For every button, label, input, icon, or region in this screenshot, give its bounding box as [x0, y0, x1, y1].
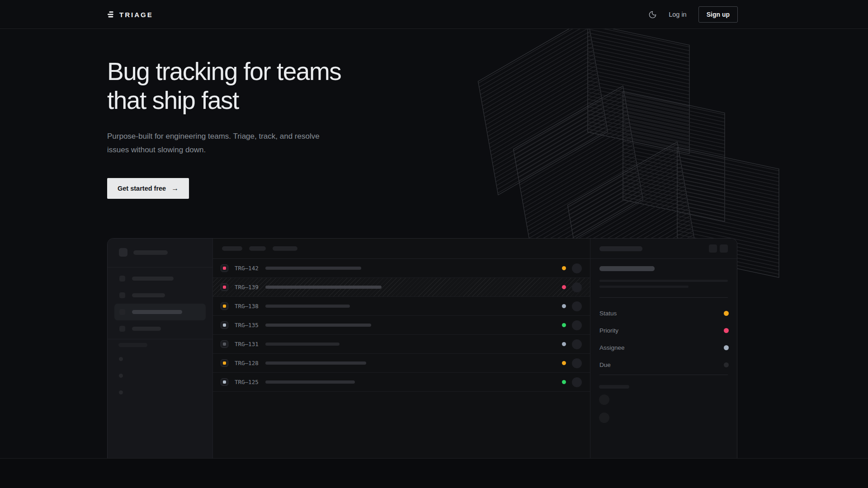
- divider: [108, 267, 212, 267]
- mockup-nav-item: [114, 287, 206, 304]
- skeleton-tab: [222, 246, 242, 251]
- divider: [108, 339, 212, 339]
- skeleton-title-bar: [265, 324, 371, 327]
- skeleton-button: [709, 244, 717, 253]
- field-value-dot: [724, 362, 729, 367]
- avatar: [572, 282, 582, 292]
- mockup-list-header: [213, 239, 590, 259]
- priority-dot: [562, 323, 566, 327]
- issue-id: TRG–139: [235, 284, 262, 291]
- avatar: [572, 301, 582, 311]
- issue-row: TRG–138: [213, 297, 590, 316]
- get-started-label: Get started free: [118, 185, 166, 192]
- landing-page: TRIAGE Log in Sign up Bug tracking for t…: [0, 0, 868, 488]
- mockup-issue-list: TRG–142 TRG–139: [213, 239, 590, 458]
- skeleton-avatar: [599, 394, 609, 405]
- issue-status-icon: [221, 264, 228, 272]
- detail-field-row: Due: [599, 356, 729, 373]
- skeleton-pill: [133, 250, 168, 255]
- priority-dot: [562, 285, 566, 289]
- footer-band: [0, 458, 868, 488]
- priority-dot: [562, 266, 566, 270]
- issue-row: TRG–139: [213, 278, 590, 297]
- field-label: Priority: [599, 327, 618, 334]
- brand-name: TRIAGE: [119, 11, 153, 19]
- status-dot: [223, 324, 226, 327]
- issue-row: TRG–125: [213, 373, 590, 392]
- mockup-detail-header: [590, 239, 737, 259]
- hero-subtitle: Purpose-built for engineering teams. Tri…: [107, 130, 320, 157]
- skeleton-title-bar: [265, 305, 350, 308]
- avatar: [572, 339, 582, 349]
- field-label: Assignee: [599, 344, 625, 351]
- skeleton-line: [599, 280, 728, 282]
- skeleton-button: [720, 244, 728, 253]
- skeleton-pill: [132, 310, 182, 314]
- divider: [599, 375, 728, 375]
- hero-title: Bug tracking for teamsthat ship fast: [107, 57, 341, 115]
- status-dot: [223, 267, 226, 270]
- issue-status-icon: [221, 302, 228, 310]
- avatar: [572, 320, 582, 330]
- avatar: [572, 377, 582, 387]
- mockup-sidebar: [108, 239, 213, 458]
- skeleton-square: [119, 276, 125, 282]
- mockup-nav-item: [114, 270, 206, 287]
- theme-toggle-button[interactable]: [648, 10, 657, 19]
- issue-status-icon: [221, 340, 228, 348]
- issue-row: TRG–128: [213, 354, 590, 373]
- skeleton-title-bar: [265, 286, 382, 289]
- moon-icon: [648, 10, 657, 19]
- get-started-button[interactable]: Get started free →: [107, 178, 189, 199]
- issue-row: TRG–135: [213, 316, 590, 335]
- skeleton-pill: [132, 293, 165, 297]
- skeleton-line: [599, 286, 689, 288]
- status-dot: [223, 286, 226, 289]
- arrow-right-icon: →: [171, 184, 179, 192]
- issue-id: TRG–125: [235, 379, 262, 385]
- skeleton-title-bar: [265, 361, 366, 365]
- detail-field-row: Assignee: [599, 339, 729, 356]
- skeleton-dot: [119, 374, 123, 378]
- divider: [599, 297, 728, 298]
- skeleton-pill: [118, 343, 147, 347]
- login-link[interactable]: Log in: [669, 11, 687, 18]
- priority-dot: [562, 380, 566, 384]
- field-label: Status: [599, 310, 617, 317]
- mockup-logo-skeleton: [119, 248, 168, 257]
- skeleton-dot: [119, 357, 123, 361]
- hero-section: Bug tracking for teamsthat ship fast Pur…: [107, 57, 341, 199]
- skeleton-title-bar: [265, 380, 355, 384]
- skeleton-square: [119, 292, 125, 298]
- signup-button[interactable]: Sign up: [698, 6, 738, 23]
- mockup-nav-item: [114, 320, 206, 337]
- skeleton-avatar: [599, 413, 609, 423]
- field-value-dot: [724, 311, 729, 316]
- brand-logo[interactable]: TRIAGE: [107, 11, 153, 19]
- detail-fields: Status Priority Assignee Due: [599, 305, 729, 373]
- skeleton-pill: [599, 385, 629, 389]
- priority-dot: [562, 361, 566, 365]
- top-nav: TRIAGE Log in Sign up: [0, 0, 868, 29]
- status-dot: [223, 380, 226, 384]
- triage-bars-icon: [107, 11, 114, 18]
- avatar: [572, 358, 582, 368]
- status-dot: [223, 361, 226, 365]
- issue-id: TRG–135: [235, 322, 262, 328]
- issue-status-icon: [221, 321, 228, 329]
- detail-field-row: Status: [599, 305, 729, 322]
- mockup-detail-panel: Status Priority Assignee Due: [590, 239, 737, 458]
- issue-row: TRG–131: [213, 335, 590, 354]
- issue-id: TRG–142: [235, 265, 262, 272]
- skeleton-title: [599, 266, 655, 271]
- skeleton-title-bar: [265, 343, 340, 346]
- field-value-dot: [724, 328, 729, 333]
- field-label: Due: [599, 361, 611, 368]
- mockup-nav-item-active: [114, 304, 206, 320]
- detail-field-row: Priority: [599, 322, 729, 339]
- skeleton-square: [119, 248, 127, 257]
- issue-status-icon: [221, 283, 228, 291]
- skeleton-square: [119, 326, 125, 332]
- status-dot: [223, 343, 226, 346]
- issue-status-icon: [221, 359, 228, 367]
